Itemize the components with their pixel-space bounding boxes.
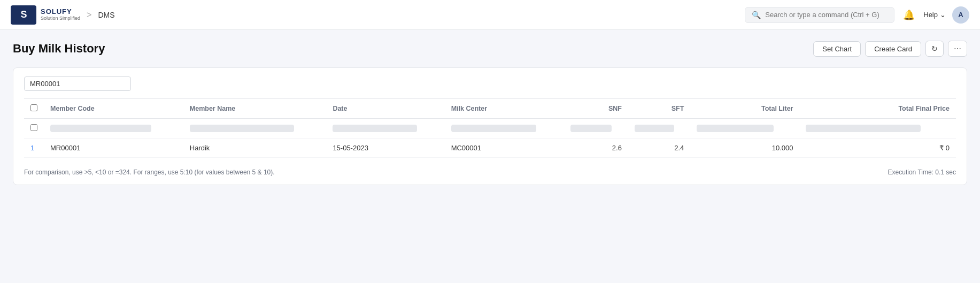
table-footer: For comparison, use >5, <10 or =324. For… bbox=[24, 169, 956, 176]
table-header-row: Member Code Member Name Date Milk Center… bbox=[24, 99, 956, 119]
skeleton-bar bbox=[635, 125, 674, 132]
table-row: 1 MR00001 Hardik 15-05-2023 MC00001 2.6 … bbox=[24, 139, 956, 158]
notification-bell-icon[interactable]: 🔔 bbox=[901, 7, 917, 23]
logo-icon: S bbox=[11, 5, 36, 25]
th-snf: SNF bbox=[564, 99, 628, 119]
search-icon: 🔍 bbox=[752, 11, 761, 19]
skeleton-bar bbox=[190, 125, 294, 132]
refresh-button[interactable]: ↻ bbox=[925, 41, 944, 57]
breadcrumb-separator: > bbox=[87, 10, 91, 20]
search-box[interactable]: 🔍 bbox=[745, 7, 894, 23]
filter-input[interactable] bbox=[24, 77, 131, 91]
top-nav: S SOLUFY Solution Simplified > DMS 🔍 🔔 H… bbox=[0, 0, 980, 30]
th-sft: SFT bbox=[628, 99, 690, 119]
skeleton-bar bbox=[333, 125, 417, 132]
logo-area: S SOLUFY Solution Simplified bbox=[11, 5, 80, 25]
breadcrumb-app: DMS bbox=[98, 11, 114, 19]
help-label: Help bbox=[923, 11, 938, 19]
chevron-down-icon: ⌄ bbox=[940, 11, 946, 19]
th-member-code: Member Code bbox=[44, 99, 183, 119]
page-title: Buy Milk History bbox=[13, 42, 813, 56]
main-content: Buy Milk History Set Chart Create Card ↻… bbox=[0, 30, 980, 196]
th-date: Date bbox=[326, 99, 444, 119]
skeleton-bar bbox=[697, 125, 774, 132]
execution-time: Execution Time: 0.1 sec bbox=[888, 169, 956, 176]
skeleton-bar bbox=[570, 125, 612, 132]
set-chart-button[interactable]: Set Chart bbox=[813, 41, 861, 57]
th-checkbox bbox=[24, 99, 44, 119]
header-actions: Set Chart Create Card ↻ ⋯ bbox=[813, 41, 967, 57]
select-all-checkbox[interactable] bbox=[30, 104, 37, 111]
data-table: Member Code Member Name Date Milk Center… bbox=[24, 98, 956, 158]
avatar[interactable]: A bbox=[952, 6, 969, 24]
create-card-button[interactable]: Create Card bbox=[865, 41, 921, 57]
cell-sft: 2.4 bbox=[628, 139, 690, 158]
cell-snf: 2.6 bbox=[564, 139, 628, 158]
page-header: Buy Milk History Set Chart Create Card ↻… bbox=[13, 41, 967, 57]
brand-tagline: Solution Simplified bbox=[41, 16, 80, 21]
cell-milk-center: MC00001 bbox=[445, 139, 564, 158]
skeleton-row bbox=[24, 119, 956, 139]
brand-name: SOLUFY bbox=[41, 8, 80, 16]
skeleton-bar bbox=[50, 125, 151, 132]
row-number: 1 bbox=[30, 144, 34, 152]
th-milk-center: Milk Center bbox=[445, 99, 564, 119]
cell-total-final-price: ₹ 0 bbox=[799, 139, 956, 158]
row-num-cell: 1 bbox=[24, 139, 44, 158]
cell-total-liter: 10.000 bbox=[690, 139, 799, 158]
more-options-button[interactable]: ⋯ bbox=[948, 41, 967, 57]
skeleton-bar bbox=[806, 125, 921, 132]
cell-date: 15-05-2023 bbox=[326, 139, 444, 158]
table-card: Member Code Member Name Date Milk Center… bbox=[13, 67, 967, 185]
search-input[interactable] bbox=[765, 11, 888, 19]
row-checkbox[interactable] bbox=[30, 124, 37, 131]
th-member-name: Member Name bbox=[183, 99, 327, 119]
cell-member-code: MR00001 bbox=[44, 139, 183, 158]
skeleton-bar bbox=[451, 125, 537, 132]
cell-member-name: Hardik bbox=[183, 139, 327, 158]
logo-text: SOLUFY Solution Simplified bbox=[41, 8, 80, 21]
th-total-final-price: Total Final Price bbox=[799, 99, 956, 119]
th-total-liter: Total Liter bbox=[690, 99, 799, 119]
footer-hint: For comparison, use >5, <10 or =324. For… bbox=[24, 169, 275, 176]
help-menu[interactable]: Help ⌄ bbox=[923, 11, 946, 19]
